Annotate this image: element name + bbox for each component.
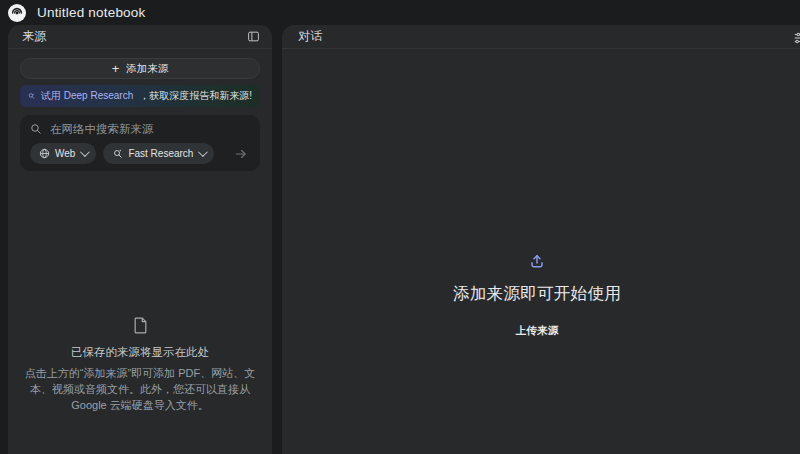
sources-empty-state: 已保存的来源将显示在此处 点击上方的“添加来源”即可添加 PDF、网站、文本、视… (8, 317, 272, 413)
notebooklm-logo[interactable] (8, 4, 26, 22)
chevron-down-icon (198, 147, 208, 157)
web-search-box: Web Fast Research (20, 115, 260, 171)
add-source-button[interactable]: + 添加来源 (20, 58, 260, 79)
logo-swirl-icon (10, 6, 24, 20)
add-source-label: 添加来源 (126, 62, 168, 76)
deep-research-banner[interactable]: 试用 Deep Research，获取深度报告和新来源! (20, 85, 260, 107)
research-pill-label: Fast Research (128, 148, 193, 159)
deep-research-sparkle-search-icon (28, 90, 35, 102)
globe-icon (39, 148, 50, 159)
upload-icon (529, 253, 545, 269)
search-icon (30, 123, 42, 135)
plus-icon: + (112, 62, 120, 75)
collapse-panel-button[interactable] (245, 28, 262, 45)
document-icon (133, 317, 148, 334)
sparkle-search-icon (112, 148, 123, 159)
top-app-bar: Untitled notebook (0, 0, 800, 25)
sources-panel-header: 来源 (8, 25, 272, 49)
chat-empty-title: 添加来源即可开始使用 (377, 283, 697, 305)
submit-search-button[interactable] (230, 145, 252, 163)
sources-panel: 来源 + 添加来源 试用 Deep Research，获取深度报告和新来源! (8, 25, 272, 454)
deep-research-text: ，获取深度报告和新来源! (139, 89, 252, 103)
chat-empty-state: 添加来源即可开始使用 上传来源 (377, 253, 697, 338)
tune-settings-icon (793, 31, 800, 45)
chat-panel-title: 对话 (298, 28, 323, 45)
arrow-right-icon (234, 147, 248, 161)
research-mode-dropdown[interactable]: Fast Research (103, 143, 214, 164)
chat-panel: 对话 添加来源即可开始使用 上传来源 (282, 25, 800, 454)
sources-panel-body: + 添加来源 试用 Deep Research，获取深度报告和新来源! (8, 49, 272, 171)
sources-empty-body: 点击上方的“添加来源”即可添加 PDF、网站、文本、视频或音频文件。此外，您还可… (23, 365, 257, 413)
chat-settings-button[interactable] (791, 29, 800, 47)
web-source-dropdown[interactable]: Web (30, 143, 96, 164)
notebook-title[interactable]: Untitled notebook (37, 5, 145, 20)
sources-panel-title: 来源 (22, 28, 47, 45)
panel-collapse-icon (247, 30, 260, 43)
deep-research-link[interactable]: 试用 Deep Research (41, 89, 133, 103)
sources-empty-title: 已保存的来源将显示在此处 (23, 345, 257, 360)
chevron-down-icon (80, 147, 90, 157)
chat-panel-header: 对话 (282, 25, 800, 49)
search-sources-input[interactable] (50, 123, 252, 135)
web-pill-label: Web (55, 148, 75, 159)
upload-source-button[interactable]: 上传来源 (515, 324, 558, 338)
